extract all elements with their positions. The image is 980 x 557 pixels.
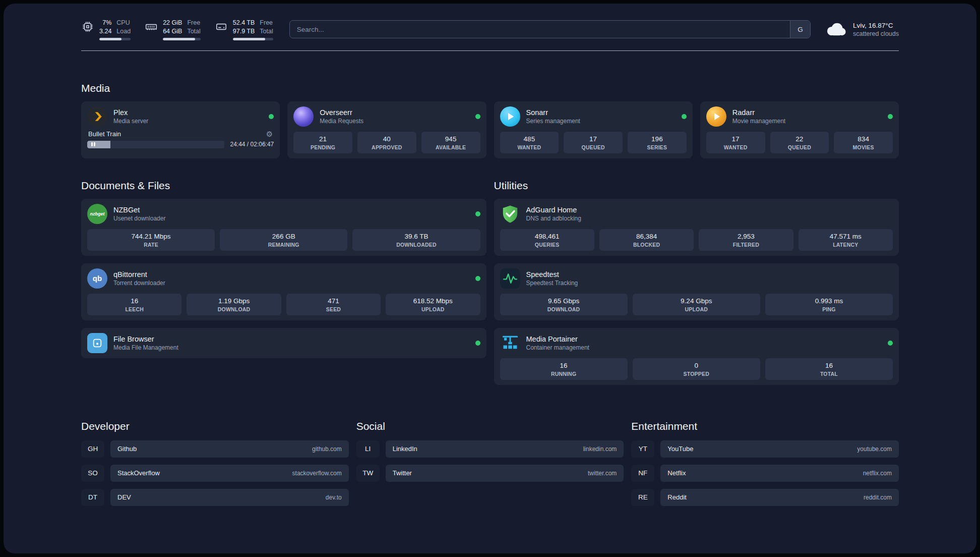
stat-tile: 0.993 ms PING (765, 294, 893, 315)
media-section-title: Media (81, 82, 899, 94)
app-card-qbittorrent[interactable]: qb qBittorrent Torrent downloader 16 (81, 263, 486, 320)
search-bar[interactable]: G (289, 20, 811, 38)
memory-total-label: Total (187, 27, 200, 36)
plex-now-playing: Bullet Train ⚙ 24:44 / 02:06:47 (87, 130, 274, 148)
app-name: Radarr (732, 108, 785, 117)
bookmark-url: stackoverflow.com (292, 470, 342, 477)
app-card-sonarr[interactable]: Sonarr Series management 485 WANTED 17 Q… (494, 101, 693, 158)
bookmark-abbr: DT (81, 489, 104, 506)
section-utilities: Utilities (494, 180, 899, 385)
search-input[interactable] (290, 21, 790, 38)
bookmark-netflix[interactable]: NF Netflix netflix.com (631, 465, 899, 482)
overseerr-icon (293, 106, 314, 127)
app-name: Sonarr (526, 108, 580, 117)
app-card-plex[interactable]: Plex Media server Bullet Train ⚙ (81, 101, 280, 158)
weather-condition: scattered clouds (853, 30, 899, 37)
app-card-overseerr[interactable]: Overseerr Media Requests 21 PENDING 40 A… (287, 101, 486, 158)
bookmark-abbr: TW (356, 465, 380, 482)
app-name: File Browser (113, 335, 178, 343)
stat-tile: 945 AVAILABLE (421, 132, 480, 153)
stat-tile: 196 SERIES (628, 132, 687, 153)
playback-progress-bar[interactable] (87, 141, 224, 148)
app-card-nzbget[interactable]: nzbget NZBGet Usenet downloader 744.21 M… (81, 199, 486, 256)
topbar-divider (81, 50, 899, 51)
bookmark-abbr: NF (631, 465, 654, 482)
memory-widget: 22 GiB 64 GiB Free Total (145, 19, 201, 40)
stat-tile: 0 STOPPED (633, 358, 760, 380)
bookmark-name: Github (117, 445, 137, 453)
app-card-radarr[interactable]: Radarr Movie management 17 WANTED 22 QUE… (700, 101, 899, 158)
status-dot (475, 114, 480, 119)
bookmark-stackoverflow[interactable]: SO StackOverflow stackoverflow.com (81, 465, 349, 482)
bookmark-name: StackOverflow (117, 469, 160, 477)
cpu-load-avg: 3.24 (99, 27, 111, 36)
gear-icon[interactable]: ⚙ (266, 130, 273, 138)
qbittorrent-icon: qb (87, 268, 107, 289)
memory-bar-fill (163, 38, 195, 40)
pause-icon[interactable] (91, 142, 95, 146)
bookmark-url: twitter.com (588, 470, 617, 477)
app-card-speedtest[interactable]: Speedtest Speedtest Tracking 9.65 Gbps D… (494, 263, 899, 320)
stat-tile: 266 GB REMAINING (220, 229, 347, 251)
radarr-icon (706, 106, 726, 127)
app-card-adguard[interactable]: AdGuard Home DNS and adblocking 498,461 … (494, 199, 899, 256)
app-subtitle: DNS and adblocking (526, 215, 581, 222)
sonarr-icon (500, 106, 520, 127)
section-social: Social LI LinkedIn linkedin.com TW (356, 420, 624, 506)
speedtest-icon (500, 268, 520, 289)
now-playing-title: Bullet Train (88, 130, 121, 138)
app-subtitle: Movie management (732, 118, 785, 125)
bookmark-abbr: LI (356, 440, 380, 458)
status-dot (475, 276, 480, 281)
nzbget-icon: nzbget (87, 204, 107, 224)
bookmark-url: linkedin.com (583, 445, 617, 453)
stat-tile: 86,384 BLOCKED (599, 229, 694, 251)
disk-total: 97.9 TB (233, 27, 255, 36)
cpu-label: CPU (116, 19, 131, 27)
app-name: NZBGet (113, 206, 165, 214)
app-name: Speedtest (526, 270, 578, 278)
app-card-filebrowser[interactable]: File Browser Media File Management (81, 328, 486, 358)
status-dot (475, 211, 480, 216)
dashboard-root: 7% 3.24 CPU Load (4, 4, 976, 553)
bookmark-linkedin[interactable]: LI LinkedIn linkedin.com (356, 440, 624, 458)
utilities-section-title: Utilities (494, 180, 899, 192)
disk-icon (215, 20, 228, 33)
bookmark-youtube[interactable]: YT YouTube youtube.com (631, 440, 899, 458)
app-subtitle: Series management (526, 118, 580, 125)
stat-tile: 471 SEED (286, 294, 381, 315)
cloud-icon (825, 22, 847, 37)
bookmark-name: YouTube (667, 445, 693, 453)
disk-bar-fill (233, 38, 265, 40)
playback-progress-fill (87, 141, 110, 148)
stat-tile: 40 APPROVED (357, 132, 416, 153)
stat-tile: 9.24 Gbps UPLOAD (633, 294, 760, 315)
cpu-widget: 7% 3.24 CPU Load (81, 19, 131, 40)
bookmark-name: Twitter (393, 469, 412, 477)
bookmark-twitter[interactable]: TW Twitter twitter.com (356, 465, 624, 482)
developer-section-title: Developer (81, 420, 349, 432)
bookmark-name: LinkedIn (393, 445, 417, 453)
search-provider-button[interactable]: G (790, 21, 810, 38)
app-card-portainer[interactable]: Media Portainer Container management 16 … (494, 328, 899, 385)
bookmark-dev[interactable]: DT DEV dev.to (81, 489, 349, 506)
bookmark-abbr: SO (81, 465, 104, 482)
bookmark-name: Reddit (667, 493, 687, 501)
app-name: Media Portainer (526, 335, 589, 343)
cpu-load-label: Load (116, 27, 131, 36)
status-dot (475, 341, 480, 346)
cpu-percent: 7% (99, 19, 111, 27)
bookmark-url: github.com (312, 445, 342, 453)
bookmark-name: Netflix (667, 469, 686, 477)
stat-tile: 17 QUEUED (564, 132, 623, 153)
app-name: Overseerr (320, 108, 363, 117)
app-subtitle: Media File Management (113, 344, 178, 351)
stat-tile: 618.52 Mbps UPLOAD (386, 294, 480, 315)
playback-time: 24:44 / 02:06:47 (230, 141, 274, 148)
entertainment-section-title: Entertainment (631, 420, 899, 432)
disk-free: 52.4 TB (233, 19, 255, 27)
disk-free-label: Free (260, 19, 273, 27)
stat-tile: 485 WANTED (500, 132, 559, 153)
bookmark-reddit[interactable]: RE Reddit reddit.com (631, 489, 899, 506)
bookmark-github[interactable]: GH Github github.com (81, 440, 349, 458)
